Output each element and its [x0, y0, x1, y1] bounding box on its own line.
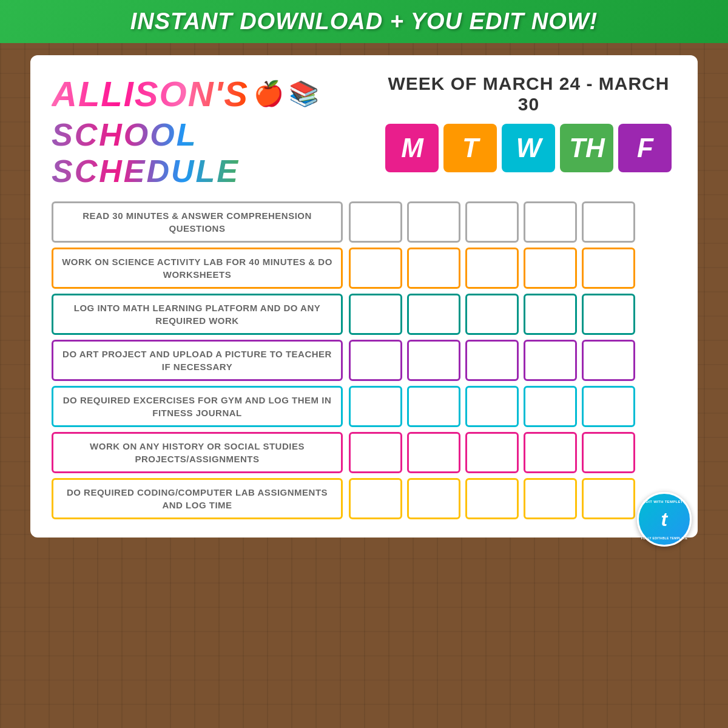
- cell-5-tue[interactable]: [407, 386, 460, 427]
- cell-1-tue[interactable]: [407, 201, 460, 243]
- task-row-4: DO ART PROJECT AND UPLOAD A PICTURE TO T…: [52, 340, 676, 381]
- badge-bottom-text: FULLY EDITABLE TEMPLATE: [639, 536, 690, 540]
- cell-4-fri[interactable]: [582, 340, 635, 381]
- cell-3-thu[interactable]: [524, 294, 577, 335]
- cell-4-tue[interactable]: [407, 340, 460, 381]
- banner-text: INSTANT DOWNLOAD + YOU EDIT NOW!: [130, 8, 598, 34]
- cell-6-thu[interactable]: [524, 432, 577, 473]
- cell-6-mon[interactable]: [349, 432, 402, 473]
- task-label-6: WORK ON ANY HISTORY OR SOCIAL STUDIES PR…: [52, 432, 343, 473]
- cell-2-fri[interactable]: [582, 248, 635, 289]
- task-label-4: DO ART PROJECT AND UPLOAD A PICTURE TO T…: [52, 340, 343, 381]
- templett-badge: EDIT WITH templett t FULLY EDITABLE TEMP…: [637, 492, 692, 547]
- cell-5-fri[interactable]: [582, 386, 635, 427]
- day-headers: M T W TH F: [381, 124, 676, 172]
- banner: INSTANT DOWNLOAD + YOU EDIT NOW!: [0, 0, 728, 43]
- cell-7-tue[interactable]: [407, 478, 460, 519]
- day-friday: F: [618, 124, 672, 172]
- day-monday: M: [385, 124, 439, 172]
- cell-1-wed[interactable]: [465, 201, 519, 243]
- allisons-text: ALLISON'S: [52, 73, 249, 114]
- cell-2-thu[interactable]: [524, 248, 577, 289]
- cell-4-wed[interactable]: [465, 340, 519, 381]
- task-cells-3: [349, 294, 635, 335]
- cell-7-fri[interactable]: [582, 478, 635, 519]
- templett-letter: t: [661, 510, 667, 529]
- cell-6-fri[interactable]: [582, 432, 635, 473]
- cell-3-mon[interactable]: [349, 294, 402, 335]
- task-row-5: DO REQUIRED EXCERCISES FOR GYM AND LOG T…: [52, 386, 676, 427]
- cell-7-thu[interactable]: [524, 478, 577, 519]
- task-label-3: LOG INTO MATH LEARNING PLATFORM AND DO A…: [52, 294, 343, 335]
- task-label-5: DO REQUIRED EXCERCISES FOR GYM AND LOG T…: [52, 386, 343, 427]
- task-label-7: DO REQUIRED CODING/COMPUTER LAB ASSIGNME…: [52, 478, 343, 519]
- allisons-line: ALLISON'S 🍎 📚: [52, 73, 381, 114]
- books-icon: 📚: [289, 79, 319, 108]
- cell-5-thu[interactable]: [524, 386, 577, 427]
- task-row-6: WORK ON ANY HISTORY OR SOCIAL STUDIES PR…: [52, 432, 676, 473]
- task-row-3: LOG INTO MATH LEARNING PLATFORM AND DO A…: [52, 294, 676, 335]
- task-cells-4: [349, 340, 635, 381]
- apple-icon: 🍎: [254, 79, 284, 108]
- cell-1-fri[interactable]: [582, 201, 635, 243]
- schedule-text: SCHOOL SCHEDULE: [52, 116, 381, 189]
- day-tuesday: T: [443, 124, 497, 172]
- week-section: WEEK OF MARCH 24 - MARCH 30 M T W TH F: [381, 73, 676, 172]
- grid-section: READ 30 MINUTES & ANSWER COMPREHENSION Q…: [52, 201, 676, 519]
- cell-1-mon[interactable]: [349, 201, 402, 243]
- title-section: ALLISON'S 🍎 📚 SCHOOL SCHEDULE: [52, 73, 381, 189]
- cell-2-wed[interactable]: [465, 248, 519, 289]
- task-cells-7: [349, 478, 635, 519]
- main-card: ALLISON'S 🍎 📚 SCHOOL SCHEDULE WEEK OF MA…: [30, 55, 698, 538]
- cell-2-tue[interactable]: [407, 248, 460, 289]
- task-cells-6: [349, 432, 635, 473]
- task-cells-1: [349, 201, 635, 243]
- task-label-1: READ 30 MINUTES & ANSWER COMPREHENSION Q…: [52, 201, 343, 243]
- cell-2-mon[interactable]: [349, 248, 402, 289]
- cell-3-wed[interactable]: [465, 294, 519, 335]
- cell-3-fri[interactable]: [582, 294, 635, 335]
- cell-3-tue[interactable]: [407, 294, 460, 335]
- task-label-2: WORK ON SCIENCE ACTIVITY LAB FOR 40 MINU…: [52, 248, 343, 289]
- task-row-2: WORK ON SCIENCE ACTIVITY LAB FOR 40 MINU…: [52, 248, 676, 289]
- badge-top-text: EDIT WITH templett: [639, 500, 690, 504]
- task-cells-2: [349, 248, 635, 289]
- cell-6-wed[interactable]: [465, 432, 519, 473]
- cell-7-wed[interactable]: [465, 478, 519, 519]
- task-row-1: READ 30 MINUTES & ANSWER COMPREHENSION Q…: [52, 201, 676, 243]
- cell-5-mon[interactable]: [349, 386, 402, 427]
- task-row-7: DO REQUIRED CODING/COMPUTER LAB ASSIGNME…: [52, 478, 676, 519]
- cell-5-wed[interactable]: [465, 386, 519, 427]
- day-wednesday: W: [502, 124, 555, 172]
- cell-4-mon[interactable]: [349, 340, 402, 381]
- cell-7-mon[interactable]: [349, 478, 402, 519]
- header-row: ALLISON'S 🍎 📚 SCHOOL SCHEDULE WEEK OF MA…: [52, 73, 676, 189]
- task-cells-5: [349, 386, 635, 427]
- cell-6-tue[interactable]: [407, 432, 460, 473]
- cell-1-thu[interactable]: [524, 201, 577, 243]
- week-title: WEEK OF MARCH 24 - MARCH 30: [381, 73, 676, 115]
- cell-4-thu[interactable]: [524, 340, 577, 381]
- day-thursday: TH: [560, 124, 613, 172]
